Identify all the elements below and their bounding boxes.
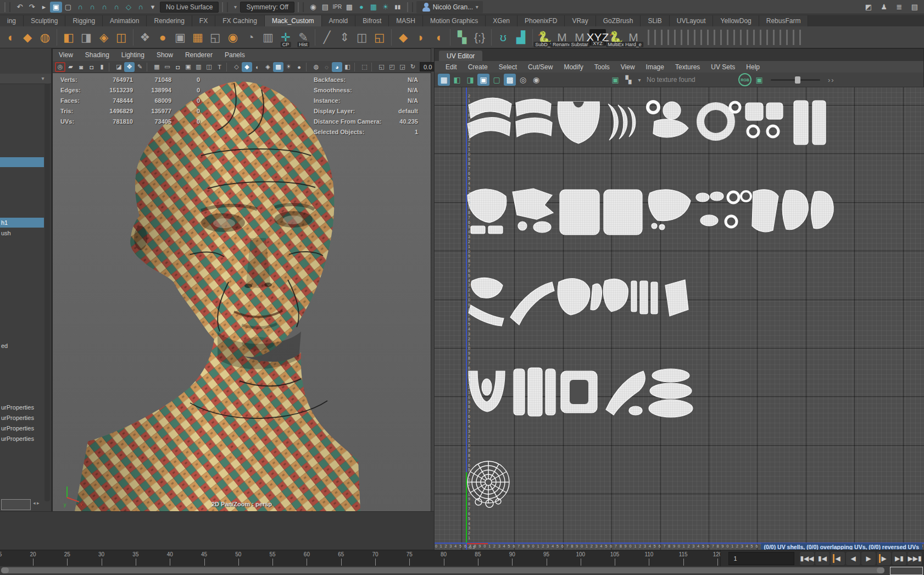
isolate-select-icon[interactable]: ⬚ <box>359 62 370 72</box>
viewport-menu-item[interactable]: Lighting <box>115 51 151 59</box>
curve-points-icon[interactable]: ◔ <box>242 28 259 47</box>
shelf-tab[interactable]: Animation <box>103 15 147 26</box>
grip-handle[interactable] <box>298 2 304 12</box>
make-live-icon[interactable]: ∩ <box>135 2 147 13</box>
grip-handle[interactable] <box>407 2 413 12</box>
shelf-tab[interactable]: Arnold <box>322 15 356 26</box>
hook-circles-icon[interactable]: ʊ <box>494 28 512 47</box>
knife-cut-icon[interactable]: ╱ <box>318 28 336 47</box>
shelf-tab[interactable]: Sculpting <box>24 15 65 26</box>
launch-render-icon[interactable]: ☀ <box>380 2 392 13</box>
texture-image-icon[interactable]: ▣ <box>609 74 621 86</box>
step-back-key-button[interactable]: ▮◀ <box>815 552 830 565</box>
step-back-frame-button[interactable]: ◀ <box>831 552 845 565</box>
selected-renderer-icon[interactable]: ◎ <box>55 62 65 72</box>
field-chart-icon[interactable]: ▥ <box>193 62 204 72</box>
2d-pan-zoom-icon[interactable]: ✥ <box>124 62 135 72</box>
render-current-frame-icon[interactable]: ▤ <box>319 2 331 13</box>
gate-mask-icon[interactable]: ▣ <box>183 62 193 72</box>
left-panel-item[interactable] <box>0 157 44 167</box>
fold-a-icon[interactable]: ◗ <box>412 28 430 47</box>
exposure-icon[interactable]: ◲ <box>397 62 408 72</box>
bookmark-icon[interactable]: ▮ <box>97 62 107 72</box>
snap-to-point-icon[interactable]: ∩ <box>98 2 110 13</box>
user-account-menu[interactable]: Nicolò Gran... ▾ <box>416 1 483 13</box>
marquee-icon[interactable]: ▣ <box>171 28 189 47</box>
camera-icon[interactable]: ▰ <box>65 62 76 72</box>
uv-menu-item[interactable]: Modify <box>558 63 588 71</box>
select-component-icon[interactable]: ▢ <box>62 2 74 13</box>
rect-scale-icon[interactable]: ⇕ <box>336 28 353 47</box>
symmetry-field[interactable]: Symmetry: Off <box>240 2 294 13</box>
uv-menu-item[interactable]: Help <box>741 63 765 71</box>
time-ruler[interactable]: 1520253035404550556065707580859095100105… <box>0 550 721 567</box>
render-settings-icon[interactable]: ▩ <box>343 2 355 13</box>
paint-drop-icon[interactable]: ◆ <box>394 28 412 47</box>
snap-to-view-plane-icon[interactable]: ◇ <box>123 2 135 13</box>
screen-space-ao-icon[interactable]: ◍ <box>311 62 321 72</box>
shelf-tab[interactable]: FX Caching <box>215 15 265 26</box>
swatch-pair-icon[interactable]: ▥ <box>259 28 277 47</box>
safe-title-icon[interactable]: T <box>214 62 225 72</box>
snap-to-projected-center-icon[interactable]: ∩ <box>110 2 123 13</box>
rename-script-button[interactable]: MRename <box>553 28 571 47</box>
go-to-end-button[interactable]: ▶▶▮ <box>908 552 922 565</box>
uv-menu-item[interactable]: View <box>615 63 641 71</box>
shelf-tab[interactable]: PhoenixFD <box>517 15 565 26</box>
shelf-tab[interactable]: Bifrost <box>355 15 389 26</box>
box-project-icon[interactable]: ▦ <box>189 28 207 47</box>
play-backwards-button[interactable]: ◀ <box>846 552 860 565</box>
shelf-tab[interactable]: MASH <box>389 15 423 26</box>
checker-map-icon[interactable]: ▚ <box>453 28 471 47</box>
wireframe-on-shaded-icon[interactable]: ▩ <box>273 62 283 72</box>
hardedge-script-button[interactable]: MHard_e <box>625 28 642 47</box>
left-panel-item[interactable]: urProperties <box>0 423 44 433</box>
uv-menu-item[interactable]: Select <box>493 63 522 71</box>
undo-icon[interactable]: ↶ <box>14 2 26 13</box>
shelf-tab[interactable]: VRay <box>565 15 595 26</box>
left-panel-header[interactable]: ▾ <box>0 74 51 84</box>
attribute-editor-icon[interactable]: ▤ <box>909 2 921 13</box>
mirror-uv-icon[interactable]: ◨ <box>77 28 95 47</box>
shelf-tab[interactable]: Mack_Custom <box>265 15 322 26</box>
substance-script-button[interactable]: MSubstar <box>571 28 588 47</box>
left-panel-item[interactable]: urProperties <box>0 402 44 412</box>
image-plane-icon[interactable]: ◪ <box>114 62 124 72</box>
uv-menu-item[interactable]: Edit <box>440 63 463 71</box>
uv-distortion-icon[interactable]: ▦ <box>438 74 450 86</box>
anti-alias-icon[interactable]: ◕ <box>332 62 342 72</box>
viewport-menu-item[interactable]: View <box>53 51 79 59</box>
viewport-menu-item[interactable]: Renderer <box>179 51 219 59</box>
left-panel-item[interactable]: ush <box>0 228 44 238</box>
left-panel-item[interactable]: urProperties <box>0 434 44 444</box>
dim-image-icon[interactable]: ◎ <box>517 74 529 86</box>
image-ratio-icon[interactable]: ▣ <box>753 74 765 86</box>
rgb-channels-icon[interactable]: RGB <box>738 73 752 86</box>
uv-editor-tab[interactable]: UV Editor <box>439 51 482 61</box>
viewport-menu-item[interactable]: Panels <box>219 51 251 59</box>
layout-uv-icon[interactable]: ◧ <box>60 28 77 47</box>
ipr-render-icon[interactable]: IPR <box>331 2 343 13</box>
left-panel-item[interactable]: h1 <box>0 218 44 228</box>
shelf-tab[interactable]: Rendering <box>147 15 192 26</box>
grid-icon[interactable]: ▦ <box>152 62 162 72</box>
shadows-icon[interactable]: ● <box>294 62 304 72</box>
left-panel-bottom-box[interactable] <box>1 499 31 510</box>
stack-shells-icon[interactable]: ❖ <box>136 28 154 47</box>
uv-menu-item[interactable]: UV Sets <box>705 63 741 71</box>
select-hierarchy-icon[interactable]: ▸ <box>38 2 50 13</box>
dim-image-slider[interactable] <box>771 79 820 81</box>
hypershade-icon[interactable]: ● <box>355 2 368 13</box>
left-panel-scrollbar[interactable] <box>44 84 50 501</box>
range-slider-bar[interactable] <box>1 567 884 573</box>
resolution-gate-icon[interactable]: ◘ <box>172 62 183 72</box>
stats-bars-icon[interactable]: ▟ <box>512 28 530 47</box>
motion-blur-icon[interactable]: ◌ <box>321 62 332 72</box>
shelf-tab[interactable]: SLiB <box>641 15 669 26</box>
collapse-caret-icon[interactable]: ▾ <box>39 75 47 81</box>
channel-box-icon[interactable]: ≣ <box>893 2 905 13</box>
snap-to-grid-icon[interactable]: ∩ <box>74 2 86 13</box>
shelf-tab[interactable]: FX <box>192 15 215 26</box>
poly-flatten-icon[interactable]: ◍ <box>36 28 54 47</box>
go-to-start-button[interactable]: ▮◀◀ <box>800 552 814 565</box>
